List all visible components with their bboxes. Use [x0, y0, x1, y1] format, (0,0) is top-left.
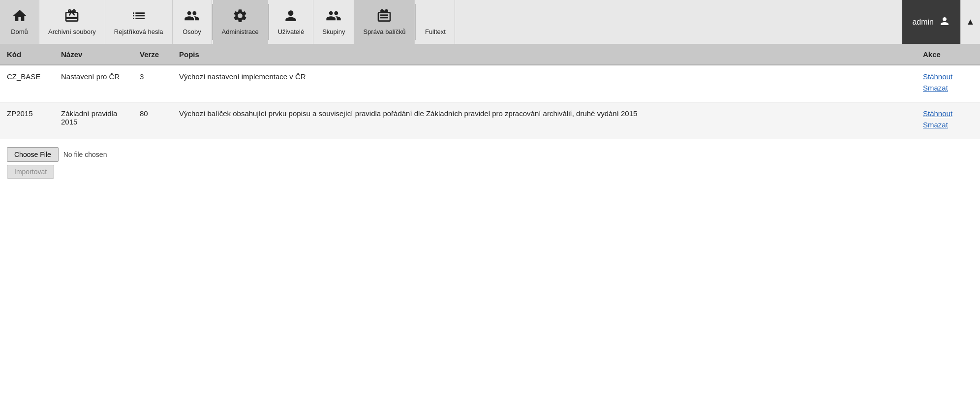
nav-label-skupiny: Skupiny — [322, 28, 345, 36]
admin-label: admin — [912, 18, 934, 27]
file-input-row: Choose File No file chosen — [7, 147, 973, 162]
nav-right: admin ▲ — [902, 0, 980, 44]
table-row: ZP2015 Základní pravidla 2015 80 Výchozí… — [0, 102, 980, 139]
nav-item-skupiny[interactable]: Skupiny — [313, 0, 354, 44]
col-header-popis: Popis — [172, 44, 916, 65]
nav-label-rejstrikova-hesla: Rejstříková hesla — [114, 28, 163, 36]
col-header-akce: Akce — [916, 44, 980, 65]
nav-item-rejstrikova-hesla[interactable]: Rejstříková hesla — [105, 0, 173, 44]
cell-kod-1: CZ_BASE — [0, 65, 54, 102]
archive-icon — [64, 8, 80, 26]
nav-label-sprava-balicku: Správa balíčků — [363, 28, 405, 36]
cell-kod-2: ZP2015 — [0, 102, 54, 139]
no-file-label: No file chosen — [63, 151, 107, 158]
nav-label-fulltext: Fulltext — [425, 28, 446, 36]
col-header-nazev: Název — [54, 44, 133, 65]
nav-label-archivni-soubory: Archivní soubory — [48, 28, 96, 36]
admin-menu[interactable]: admin — [902, 0, 960, 44]
smazat-link-1[interactable]: Smazat — [923, 84, 973, 92]
import-button[interactable]: Importovat — [7, 165, 54, 179]
cell-popis-1: Výchozí nastavení implementace v ČR — [172, 65, 916, 102]
packages-table: Kód Název Verze Popis Akce CZ_BASE Nasta… — [0, 44, 980, 139]
nav-label-administrace: Administrace — [222, 28, 259, 36]
nav-item-archivni-soubory[interactable]: Archivní soubory — [39, 0, 105, 44]
person-icon — [283, 8, 299, 26]
nav-item-home[interactable]: Domů — [0, 0, 39, 44]
nav-label-osoby: Osoby — [183, 28, 201, 36]
svg-rect-1 — [380, 17, 388, 18]
stahnout-link-2[interactable]: Stáhnout — [923, 109, 973, 118]
col-header-verze: Verze — [133, 44, 172, 65]
home-icon — [12, 8, 28, 26]
file-import-area: Choose File No file chosen Importovat — [0, 139, 980, 186]
box-icon — [376, 8, 392, 26]
smazat-link-2[interactable]: Smazat — [923, 121, 973, 129]
cell-popis-2: Výchozí balíček obsahující prvku popisu … — [172, 102, 916, 139]
nav-item-fulltext[interactable]: Fulltext — [416, 0, 455, 44]
nav-item-sprava-balicku[interactable]: Správa balíčků — [354, 0, 415, 44]
cell-akce-2: Stáhnout Smazat — [916, 102, 980, 139]
cell-verze-2: 80 — [133, 102, 172, 139]
cell-nazev-1: Nastavení pro ČR — [54, 65, 133, 102]
cell-verze-1: 3 — [133, 65, 172, 102]
navbar: Domů Archivní soubory Rejstříková hesla … — [0, 0, 980, 44]
cell-akce-1: Stáhnout Smazat — [916, 65, 980, 102]
cell-nazev-2: Základní pravidla 2015 — [54, 102, 133, 139]
gear-icon — [232, 8, 248, 26]
group-icon — [326, 8, 341, 26]
nav-label-uzivatele: Uživatelé — [278, 28, 304, 36]
import-row: Importovat — [7, 165, 973, 179]
nav-item-osoby[interactable]: Osoby — [173, 0, 212, 44]
svg-rect-0 — [380, 14, 388, 16]
table-header-row: Kód Název Verze Popis Akce — [0, 44, 980, 65]
nav-item-administrace[interactable]: Administrace — [213, 0, 268, 44]
persons-icon — [184, 8, 200, 26]
choose-file-button[interactable]: Choose File — [7, 147, 59, 162]
table-row: CZ_BASE Nastavení pro ČR 3 Výchozí nasta… — [0, 65, 980, 102]
collapse-button[interactable]: ▲ — [960, 0, 980, 44]
admin-user-icon — [939, 15, 950, 29]
col-header-kod: Kód — [0, 44, 54, 65]
list-icon — [131, 8, 147, 26]
nav-item-uzivatele[interactable]: Uživatelé — [269, 0, 313, 44]
nav-label-home: Domů — [11, 28, 28, 36]
stahnout-link-1[interactable]: Stáhnout — [923, 72, 973, 81]
chevron-up-icon: ▲ — [966, 17, 975, 27]
main-content: Kód Název Verze Popis Akce CZ_BASE Nasta… — [0, 44, 980, 186]
